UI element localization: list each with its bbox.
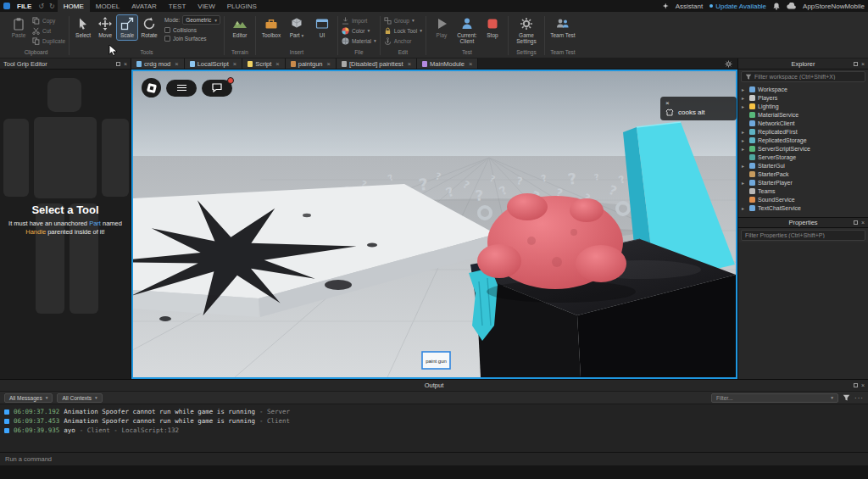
more-options-icon[interactable]: ··· bbox=[854, 394, 864, 402]
close-panel-icon[interactable]: × bbox=[124, 61, 127, 67]
viewport[interactable]: ? ? ? ? ? ? ? ? ? ? ? ? ? ? ? ? ? bbox=[131, 70, 737, 379]
rotate-tool-button[interactable]: Rotate bbox=[139, 15, 159, 40]
assistant-button[interactable]: Assistant bbox=[676, 3, 703, 10]
username-label[interactable]: AppStoreNowMobile bbox=[803, 3, 865, 10]
command-bar[interactable] bbox=[0, 452, 868, 465]
ribbon-tab-plugins[interactable]: PLUGINS bbox=[221, 0, 263, 12]
funnel-icon[interactable] bbox=[843, 394, 850, 402]
close-panel-icon[interactable]: × bbox=[861, 382, 865, 388]
game-settings-button[interactable]: Game Settings bbox=[512, 15, 541, 46]
explorer-filter[interactable] bbox=[741, 71, 865, 82]
cut-button[interactable]: Cut bbox=[32, 25, 65, 36]
stop-button[interactable]: Stop bbox=[481, 15, 504, 40]
update-available-button[interactable]: Update Available bbox=[709, 3, 766, 10]
lock-tool-button[interactable]: Lock Tool▾ bbox=[384, 25, 422, 36]
close-tab-icon[interactable]: × bbox=[469, 60, 472, 68]
explorer-item-replicatedstorage[interactable]: ▸ReplicatedStorage bbox=[738, 136, 868, 144]
close-tab-icon[interactable]: × bbox=[275, 60, 279, 68]
expand-arrow-icon[interactable]: ▸ bbox=[742, 180, 747, 186]
expand-arrow-icon[interactable]: ▸ bbox=[742, 163, 747, 169]
scale-tool-button[interactable]: Scale bbox=[117, 15, 137, 40]
current-client-button[interactable]: Current:Client bbox=[455, 15, 479, 46]
command-bar-input[interactable] bbox=[5, 455, 863, 463]
expand-arrow-icon[interactable]: ▸ bbox=[742, 146, 747, 152]
viewport-3d-scene[interactable]: ? ? ? ? ? ? ? ? ? ? ? ? ? ? ? ? ? bbox=[133, 71, 736, 377]
explorer-item-starterplayer[interactable]: ▸StarterPlayer bbox=[738, 178, 868, 187]
explorer-item-materialservice[interactable]: ▸MaterialService bbox=[738, 110, 868, 119]
file-menu-button[interactable]: FILE bbox=[13, 0, 36, 12]
part-button[interactable]: Part ▾ bbox=[285, 15, 309, 41]
close-tab-icon[interactable]: × bbox=[408, 60, 411, 68]
explorer-item-soundservice[interactable]: ▸SoundService bbox=[738, 195, 868, 203]
ribbon-tab-view[interactable]: VIEW bbox=[192, 0, 220, 12]
float-panel-icon[interactable] bbox=[854, 62, 858, 66]
explorer-filter-input[interactable] bbox=[754, 74, 861, 80]
float-panel-icon[interactable] bbox=[854, 383, 858, 387]
doc-tab-localscript[interactable]: LocalScript× bbox=[185, 58, 243, 69]
doc-tab-mainmodule[interactable]: MainModule× bbox=[417, 58, 478, 69]
ui-button[interactable]: UI bbox=[310, 15, 334, 40]
expand-arrow-icon[interactable]: ▸ bbox=[742, 205, 747, 211]
team-test-button[interactable]: Team Test bbox=[548, 15, 577, 40]
copy-button[interactable]: Copy bbox=[32, 15, 65, 25]
explorer-item-teams[interactable]: ▸Teams bbox=[738, 187, 868, 195]
doc-tab-paintgun[interactable]: paintgun× bbox=[286, 58, 337, 69]
explorer-item-serverstorage[interactable]: ▸ServerStorage bbox=[738, 153, 868, 161]
ribbon-tab-test[interactable]: TEST bbox=[163, 0, 192, 12]
explorer-item-replicatedfirst[interactable]: ▸ReplicatedFirst bbox=[738, 127, 868, 136]
explorer-item-textchatservice[interactable]: ▸TextChatService bbox=[738, 203, 868, 212]
group-button[interactable]: Group▾ bbox=[384, 15, 422, 25]
expand-arrow-icon[interactable]: ▸ bbox=[742, 103, 747, 109]
expand-arrow-icon[interactable]: ▸ bbox=[742, 137, 747, 143]
close-tooltip-icon[interactable]: × bbox=[665, 99, 732, 107]
close-tab-icon[interactable]: × bbox=[327, 60, 331, 68]
doc-tab-crdg-mod[interactable]: crdg mod× bbox=[131, 58, 185, 69]
explorer-item-workspace[interactable]: ▸Workspace bbox=[738, 85, 868, 93]
chat-button[interactable] bbox=[202, 80, 232, 97]
roblox-menu-button[interactable] bbox=[142, 78, 161, 97]
mode-select[interactable]: Geometric▾ bbox=[182, 15, 220, 25]
color-button[interactable]: Color▾ bbox=[342, 25, 376, 36]
cloud-icon[interactable] bbox=[787, 3, 796, 9]
import-button[interactable]: Import bbox=[342, 15, 376, 25]
duplicate-button[interactable]: Duplicate bbox=[32, 36, 65, 46]
move-tool-button[interactable]: Move bbox=[95, 15, 115, 40]
undo-icon[interactable]: ↺ bbox=[36, 0, 47, 12]
explorer-item-startergui[interactable]: ▸StarterGui bbox=[738, 161, 868, 170]
play-button[interactable]: Play bbox=[430, 15, 453, 40]
output-log-area[interactable]: 06:09:37.192 Animation Spoofer cannot ru… bbox=[0, 404, 868, 452]
explorer-item-starterpack[interactable]: ▸StarterPack bbox=[738, 170, 868, 178]
properties-filter[interactable] bbox=[741, 230, 865, 241]
expand-arrow-icon[interactable]: ▸ bbox=[742, 129, 747, 135]
viewport-settings-gear-icon[interactable] bbox=[725, 60, 732, 68]
close-panel-icon[interactable]: × bbox=[861, 220, 865, 226]
redo-icon[interactable]: ↻ bbox=[47, 0, 58, 12]
expand-arrow-icon[interactable]: ▸ bbox=[742, 86, 747, 92]
output-text-filter[interactable]: Filter...▾ bbox=[711, 393, 838, 403]
close-tab-icon[interactable]: × bbox=[175, 60, 178, 68]
collisions-checkbox[interactable] bbox=[164, 27, 170, 33]
expand-arrow-icon[interactable]: ▸ bbox=[742, 95, 747, 101]
ribbon-tab-model[interactable]: MODEL bbox=[90, 0, 125, 12]
explorer-item-networkclient[interactable]: ▸NetworkClient bbox=[738, 119, 868, 127]
doc-tab-script[interactable]: Script× bbox=[242, 58, 286, 69]
select-tool-button[interactable]: Select bbox=[73, 15, 93, 40]
messages-filter-dropdown[interactable]: All Messages▾ bbox=[4, 393, 53, 403]
explorer-item-lighting[interactable]: ▸Lighting bbox=[738, 102, 868, 110]
selection-label[interactable]: paint gun bbox=[422, 352, 450, 369]
ribbon-tab-home[interactable]: HOME bbox=[58, 0, 90, 12]
close-tab-icon[interactable]: × bbox=[233, 60, 236, 68]
float-panel-icon[interactable] bbox=[854, 220, 858, 225]
terrain-editor-button[interactable]: Editor bbox=[228, 15, 252, 40]
hamburger-menu-button[interactable] bbox=[166, 80, 197, 97]
join-surfaces-checkbox[interactable] bbox=[164, 36, 170, 42]
explorer-item-serverscriptservice[interactable]: ▸ServerScriptService bbox=[738, 144, 868, 153]
properties-filter-input[interactable] bbox=[745, 232, 861, 238]
paste-button[interactable]: Paste bbox=[7, 15, 31, 40]
material-button[interactable]: Material▾ bbox=[342, 36, 376, 46]
ribbon-tab-avatar[interactable]: AVATAR bbox=[125, 0, 163, 12]
anchor-button[interactable]: Anchor bbox=[384, 36, 422, 46]
float-panel-icon[interactable] bbox=[116, 62, 120, 66]
explorer-item-players[interactable]: ▸Players bbox=[738, 93, 868, 102]
bell-icon[interactable] bbox=[773, 3, 780, 10]
